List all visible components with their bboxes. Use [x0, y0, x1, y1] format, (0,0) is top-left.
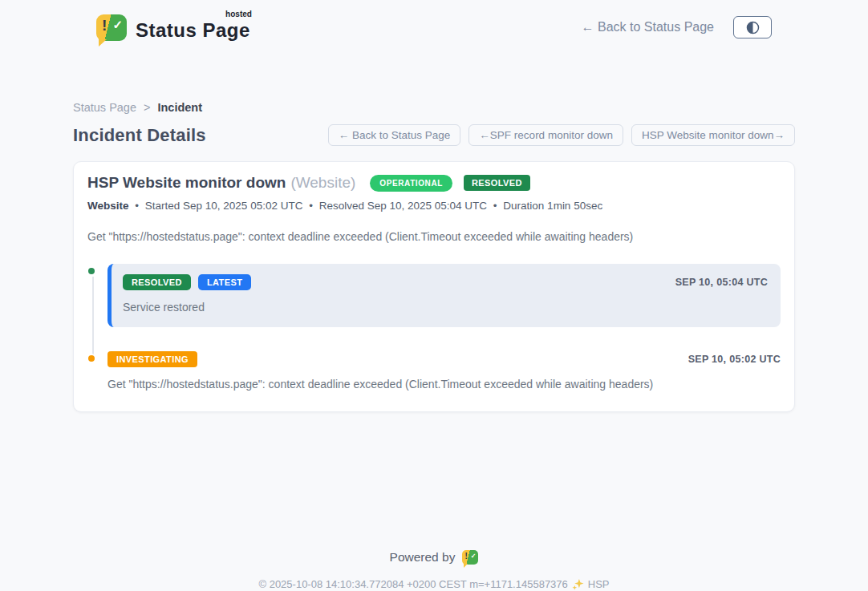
operational-status-badge: OPERATIONAL — [370, 175, 452, 192]
copyright-text: © 2025-10-08 14:10:34.772084 +0200 CEST … — [258, 578, 567, 590]
meta-separator: • — [135, 200, 139, 212]
update-timestamp: SEP 10, 05:02 UTC — [688, 354, 781, 365]
timeline-dot-resolved — [87, 266, 96, 276]
site-header: ! ✓ hosted Status Page ← Back to Status … — [0, 0, 868, 42]
title-row: Incident Details ← Back to Status Page ←… — [73, 124, 795, 146]
logo-wordmark: hosted Status Page — [136, 13, 250, 42]
page-footer: Powered by ! ✓ © 2025-10-08 14:10:34.772… — [73, 550, 795, 590]
logo-name: Status Page — [136, 19, 250, 41]
meta-separator: • — [493, 200, 497, 212]
breadcrumb-status-page[interactable]: Status Page — [73, 101, 136, 114]
back-to-status-page-link[interactable]: ← Back to Status Page — [582, 20, 714, 34]
half-circle-contrast-icon — [746, 21, 760, 34]
checkmark-glyph: ✓ — [471, 553, 477, 560]
incident-scope: (Website) — [290, 174, 355, 192]
header-right: ← Back to Status Page — [582, 16, 772, 38]
speech-bubble-tail — [99, 39, 107, 47]
logo-hosted-superscript: hosted — [225, 10, 252, 18]
update-badges: INVESTIGATING — [107, 351, 197, 367]
next-incident-button[interactable]: HSP Website monitor down→ — [631, 124, 795, 146]
incident-duration: Duration 1min 50sec — [503, 200, 602, 212]
resolved-badge: RESOLVED — [123, 274, 191, 290]
copyright-line: © 2025-10-08 14:10:34.772084 +0200 CEST … — [73, 578, 795, 590]
incident-service-name: Website — [87, 200, 129, 212]
investigating-badge: INVESTIGATING — [107, 351, 197, 367]
incident-resolved-at: Resolved Sep 10, 2025 05:04 UTC — [319, 200, 487, 212]
status-page-logo[interactable]: ! ✓ hosted Status Page — [96, 13, 250, 42]
sparkles-icon — [572, 578, 584, 590]
incident-card: HSP Website monitor down (Website) OPERA… — [73, 161, 795, 412]
update-badges: RESOLVED LATEST — [123, 274, 251, 290]
exclamation-glyph: ! — [102, 17, 107, 34]
back-to-status-page-button[interactable]: ← Back to Status Page — [328, 124, 461, 146]
powered-by-label: Powered by — [390, 550, 456, 565]
incident-nav-buttons: ← Back to Status Page ←SPF record monito… — [328, 124, 795, 146]
incident-timeline: RESOLVED LATEST SEP 10, 05:04 UTC Servic… — [87, 264, 781, 391]
speech-bubble-tail — [464, 564, 468, 568]
exclamation-glyph: ! — [464, 552, 467, 561]
checkmark-glyph: ✓ — [112, 18, 123, 32]
status-page-logo-icon: ! ✓ — [96, 14, 127, 41]
incident-title: HSP Website monitor down — [87, 174, 286, 192]
meta-separator: • — [309, 200, 313, 212]
latest-update-box: RESOLVED LATEST SEP 10, 05:04 UTC Servic… — [107, 264, 781, 327]
incident-description: Get "https://hostedstatus.page": context… — [87, 230, 781, 243]
update-timestamp: SEP 10, 05:04 UTC — [675, 277, 768, 288]
timeline-entry-investigating: INVESTIGATING SEP 10, 05:02 UTC Get "htt… — [87, 351, 781, 391]
incident-title-row: HSP Website monitor down (Website) OPERA… — [87, 174, 781, 192]
main-content: Status Page > Incident Incident Details … — [73, 101, 795, 590]
breadcrumb-separator: > — [144, 101, 150, 114]
update-header: INVESTIGATING SEP 10, 05:02 UTC — [107, 351, 781, 367]
powered-by[interactable]: Powered by ! ✓ — [390, 550, 479, 565]
breadcrumb-incident: Incident — [157, 101, 202, 114]
status-page-mini-logo-icon: ! ✓ — [462, 550, 478, 565]
update-message: Service restored — [123, 301, 768, 314]
copyright-brand: HSP — [588, 578, 610, 590]
timeline-dot-investigating — [87, 354, 96, 363]
update-message: Get "https://hostedstatus.page": context… — [107, 378, 781, 391]
previous-incident-button[interactable]: ←SPF record monitor down — [468, 124, 623, 146]
latest-badge: LATEST — [198, 274, 251, 290]
breadcrumb: Status Page > Incident — [73, 101, 795, 114]
update-header: RESOLVED LATEST SEP 10, 05:04 UTC — [123, 274, 768, 290]
incident-started-at: Started Sep 10, 2025 05:02 UTC — [145, 200, 303, 212]
theme-toggle-button[interactable] — [733, 16, 772, 38]
timeline-entry-resolved: RESOLVED LATEST SEP 10, 05:04 UTC Servic… — [87, 264, 781, 327]
update-box: INVESTIGATING SEP 10, 05:02 UTC Get "htt… — [107, 351, 781, 391]
incident-meta: Website • Started Sep 10, 2025 05:02 UTC… — [87, 200, 781, 212]
incident-status-badge: RESOLVED — [464, 175, 530, 191]
page-title: Incident Details — [73, 125, 206, 146]
